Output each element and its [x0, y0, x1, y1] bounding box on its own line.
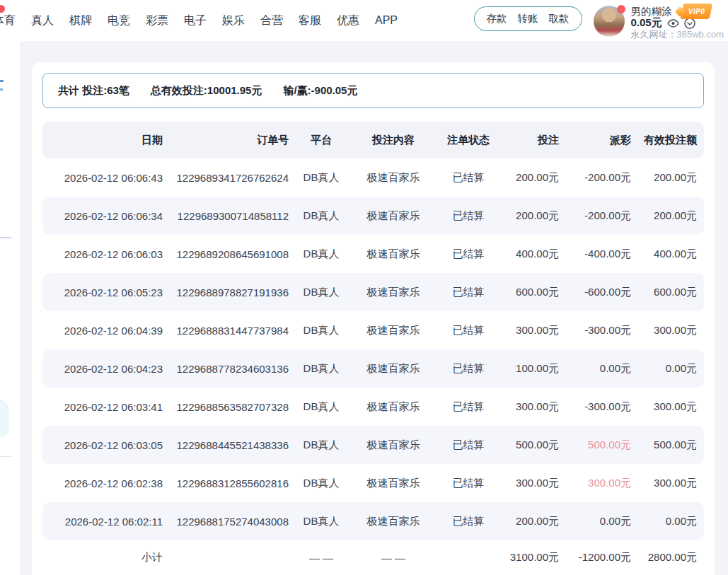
nav-item-2[interactable]: 棋牌	[69, 13, 92, 28]
cell-valid: 400.00元	[631, 248, 704, 261]
table-row[interactable]: 2026-02-12 06:06:03 1229689208645691008 …	[42, 235, 704, 273]
cell-payout: 0.00元	[559, 362, 631, 376]
cell-status: 已结算	[433, 515, 504, 528]
cell-valid: 0.00元	[631, 515, 704, 528]
table-row[interactable]: 2026-02-12 06:05:23 1229688978827191936 …	[42, 273, 704, 311]
cell-date: 2026-02-12 06:03:41	[42, 401, 163, 413]
cell-status: 已结算	[433, 286, 504, 299]
cell-order: 1229688445521438336	[163, 439, 289, 451]
nav-item-6[interactable]: 娱乐	[222, 13, 245, 28]
nav-item-10[interactable]: APP	[375, 14, 398, 27]
site-url: 365wb.com	[677, 29, 724, 40]
withdraw-button[interactable]: 取款	[549, 12, 570, 25]
cell-content: 极速百家乐	[354, 438, 433, 452]
avatar-wrap[interactable]	[594, 6, 625, 37]
sidebar-divider	[0, 237, 11, 238]
cell-content: 极速百家乐	[354, 477, 433, 490]
table-row[interactable]: 2026-02-12 06:04:39 1229688831447737984 …	[42, 311, 704, 349]
cell-platform: DB真人	[289, 477, 354, 490]
cell-payout: -200.00元	[559, 209, 631, 223]
eye-icon[interactable]	[667, 19, 679, 28]
cell-platform: DB真人	[289, 324, 354, 337]
header-valid: 有效投注额	[631, 134, 704, 147]
cell-bet: 400.00元	[504, 248, 559, 261]
table-row[interactable]: 2026-02-12 06:03:41 1229688563582707328 …	[42, 388, 704, 426]
table-header-row: 日期 订单号 平台 投注内容 注单状态 投注 派彩 有效投注额	[42, 122, 704, 158]
cell-bet: 200.00元	[504, 171, 559, 185]
table-row[interactable]: 2026-02-12 06:06:43 1229689341726762624 …	[42, 158, 704, 197]
header-order: 订单号	[163, 134, 289, 147]
cell-date: 2026-02-12 06:02:38	[42, 477, 163, 489]
footer-platform-dash: — —	[289, 552, 354, 564]
cell-bet: 600.00元	[504, 286, 559, 299]
header-bet: 投注	[504, 134, 559, 147]
footer-bet-total: 3100.00元	[504, 551, 559, 564]
cell-platform: DB真人	[289, 248, 354, 261]
nav-item-5[interactable]: 电子	[184, 13, 207, 28]
cell-platform: DB真人	[289, 362, 354, 376]
vip-badge[interactable]: VIP0	[676, 6, 711, 17]
table-row[interactable]: 2026-02-12 06:06:34 1229689300714858112 …	[42, 197, 704, 235]
cell-payout: 0.00元	[559, 515, 631, 528]
cell-platform: DB真人	[289, 438, 354, 452]
cell-order: 1229688563582707328	[163, 401, 289, 413]
cell-date: 2026-02-12 06:04:39	[42, 325, 163, 337]
cell-valid: 300.00元	[631, 324, 704, 337]
table-row[interactable]: 2026-02-12 06:02:11 1229688175274043008 …	[42, 502, 704, 540]
cell-bet: 300.00元	[504, 400, 559, 414]
cell-valid: 300.00元	[631, 477, 704, 490]
permanent-url: 永久网址：365wb.com	[631, 29, 724, 41]
cell-bet: 100.00元	[504, 362, 559, 376]
footer-label: 小计	[42, 551, 163, 564]
cell-date: 2026-02-12 06:04:23	[42, 363, 163, 375]
nav-item-0[interactable]: 体育	[0, 13, 16, 28]
sidebar-button-fragment	[0, 400, 8, 437]
header-payout: 派彩	[559, 134, 631, 147]
summary-valid-bets: 总有效投注:10001.95元	[151, 84, 262, 98]
footer-payout-total: -1200.00元	[559, 551, 631, 564]
summary-win-loss: 输/赢:-900.05元	[283, 84, 357, 98]
table-row[interactable]: 2026-02-12 06:02:38 1229688312855602816 …	[42, 464, 704, 502]
cell-date: 2026-02-12 06:06:43	[42, 172, 163, 184]
nav-item-7[interactable]: 合营	[260, 13, 283, 28]
cell-bet: 200.00元	[504, 515, 559, 528]
bet-summary-bar: 共计 投注:63笔 总有效投注:10001.95元 输/赢:-900.05元	[42, 73, 704, 108]
cell-order: 1229688978827191936	[163, 286, 289, 298]
sidebar-fragment	[0, 80, 4, 82]
nav-item-9[interactable]: 优惠	[337, 13, 359, 28]
cell-payout: -300.00元	[559, 400, 631, 414]
cell-payout: -300.00元	[559, 324, 631, 337]
bet-records-table: 日期 订单号 平台 投注内容 注单状态 投注 派彩 有效投注额 2026-02-…	[42, 122, 704, 575]
balance-amount: 0.05元	[631, 17, 662, 29]
nav-item-1[interactable]: 真人	[31, 13, 54, 28]
cell-content: 极速百家乐	[354, 400, 433, 414]
cell-payout: 300.00元	[559, 477, 631, 490]
cell-valid: 500.00元	[631, 438, 704, 452]
nav-item-3[interactable]: 电竞	[108, 13, 130, 28]
cell-status: 已结算	[433, 438, 504, 452]
header-status: 注单状态	[433, 134, 504, 147]
deposit-button[interactable]: 存款	[487, 12, 507, 25]
vip-level-label: VIP0	[688, 6, 705, 18]
cell-payout: -400.00元	[559, 248, 631, 261]
cell-bet: 300.00元	[504, 477, 559, 490]
records-card: 共计 投注:63笔 总有效投注:10001.95元 输/赢:-900.05元 日…	[32, 62, 715, 575]
cell-payout: -600.00元	[559, 286, 631, 299]
cell-date: 2026-02-12 06:03:05	[42, 439, 163, 451]
cell-order: 1229689208645691008	[163, 248, 289, 260]
nav-item-4[interactable]: 彩票	[146, 13, 168, 28]
sidebar-sliver	[0, 41, 20, 575]
main-nav: 体育真人棋牌电竞彩票电子娱乐合营客服优惠APP	[0, 0, 398, 41]
cell-status: 已结算	[433, 324, 504, 337]
nav-item-8[interactable]: 客服	[299, 13, 321, 28]
table-row[interactable]: 2026-02-12 06:03:05 1229688445521438336 …	[42, 426, 704, 464]
wallet-actions: 存款 转账 取款	[474, 6, 582, 31]
transfer-button[interactable]: 转账	[518, 12, 538, 25]
cell-content: 极速百家乐	[354, 515, 433, 528]
footer-valid-total: 2800.00元	[631, 551, 704, 564]
cell-order: 1229689341726762624	[163, 172, 289, 184]
cell-valid: 200.00元	[631, 171, 704, 185]
table-row[interactable]: 2026-02-12 06:04:23 1229688778234603136 …	[42, 349, 704, 388]
sidebar-fragment	[0, 88, 3, 91]
sidebar-divider	[0, 456, 11, 457]
